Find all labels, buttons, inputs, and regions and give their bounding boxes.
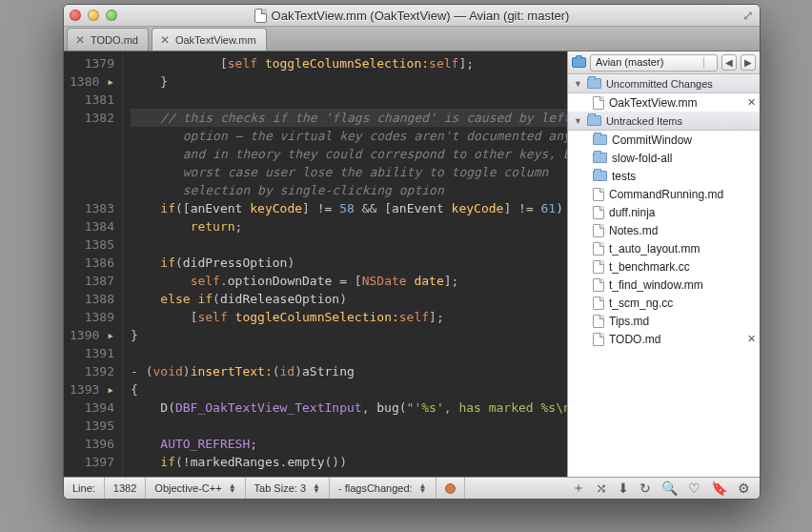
folder-icon (587, 115, 601, 126)
tab-oaktextview[interactable]: ✕ OakTextView.mm (152, 28, 267, 51)
code-line[interactable]: return; (131, 217, 567, 235)
code-line[interactable]: { (131, 380, 567, 399)
close-icon[interactable]: ✕ (747, 96, 756, 109)
code-line[interactable]: if(!markedRanges.empty()) (131, 453, 567, 471)
status-tabsize-popup[interactable]: Tab Size: 3▲▼ (246, 478, 330, 499)
code-line[interactable]: } (131, 326, 567, 344)
line-number-gutter[interactable]: 13791380 ▸138113821383138413851386138713… (64, 51, 123, 477)
code-line[interactable]: and in theory they could correspond to o… (131, 145, 567, 163)
gear-icon[interactable]: ⚙ (738, 481, 750, 496)
tree-row[interactable]: Tips.md (568, 312, 760, 330)
code-line[interactable] (131, 91, 567, 109)
line-number[interactable]: 1381 (64, 91, 114, 109)
branch-popup[interactable]: Avian (master) ▲▼ (590, 54, 718, 72)
line-number[interactable]: 1397 (64, 453, 114, 471)
code-line[interactable]: selection by single-clicking option (131, 181, 567, 199)
line-number[interactable]: 1388 (64, 290, 114, 308)
file-icon (593, 315, 604, 328)
tree-row[interactable]: slow-fold-all (568, 149, 760, 167)
tree-row[interactable]: t_scm_ng.cc (568, 294, 760, 312)
line-number[interactable] (64, 163, 114, 181)
code-line[interactable] (131, 235, 567, 254)
nav-back-button[interactable]: ◀ (721, 54, 737, 71)
status-record[interactable] (436, 478, 465, 499)
code-line[interactable]: D(DBF_OakTextView_TextInput, bug("'%s', … (131, 399, 567, 417)
close-icon[interactable]: ✕ (747, 333, 756, 345)
tree-row-label: t_find_window.mm (609, 278, 703, 292)
tag-icon[interactable]: 🔖 (711, 481, 727, 496)
line-number[interactable]: 1379 (64, 54, 114, 72)
folder-icon (593, 171, 607, 181)
line-number[interactable]: 1385 (64, 235, 114, 254)
code-line[interactable]: if(didPressOption) (131, 254, 567, 272)
file-tree[interactable]: ▼ Uncommitted Changes OakTextView.mm ✕▼ … (568, 74, 760, 477)
code-line[interactable]: [self toggleColumnSelection:self]; (131, 54, 567, 72)
add-icon[interactable]: ＋ (572, 480, 585, 497)
tree-row[interactable]: t_benchmark.cc (568, 257, 760, 276)
code-line[interactable] (131, 344, 567, 362)
zoom-window-button[interactable] (106, 10, 117, 21)
code-line[interactable]: // this checks if the 'flags changed' is… (131, 109, 567, 127)
search-icon[interactable]: 🔍 (661, 481, 678, 496)
heart-icon[interactable]: ♡ (688, 481, 700, 496)
code-line[interactable]: self.optionDownDate = [NSDate date]; (131, 272, 567, 290)
code-line[interactable]: - (void)insertText:(id)aString (131, 362, 567, 380)
tree-row-label: tests (612, 170, 636, 183)
tree-group-header[interactable]: ▼ Untracked Items (568, 112, 760, 131)
code-editor[interactable]: 13791380 ▸138113821383138413851386138713… (64, 51, 567, 477)
line-number[interactable]: 1384 (64, 217, 114, 235)
code-line[interactable]: else if(didReleaseOption) (131, 290, 567, 308)
code-line[interactable]: worst case user lose the ability to togg… (131, 163, 567, 181)
shuffle-icon[interactable]: ⤭ (596, 481, 607, 496)
download-icon[interactable]: ⬇ (618, 481, 629, 496)
document-proxy-icon[interactable] (254, 9, 267, 23)
line-number[interactable]: 1390 ▸ (64, 326, 114, 344)
tree-row[interactable]: CommitWindow (568, 131, 760, 149)
code-line[interactable]: if([anEvent keyCode] != 58 && [anEvent k… (131, 199, 567, 217)
tree-row-label: duff.ninja (609, 206, 656, 219)
code-line[interactable]: [self toggleColumnSelection:self]; (131, 308, 567, 326)
line-number[interactable]: 1393 ▸ (64, 380, 114, 399)
tree-row[interactable]: TODO.md ✕ (568, 330, 760, 348)
line-number[interactable] (64, 145, 114, 163)
line-number[interactable]: 1382 (64, 109, 114, 127)
tree-row[interactable]: OakTextView.mm ✕ (568, 93, 760, 112)
line-number[interactable]: 1387 (64, 272, 114, 290)
folder-icon (587, 78, 601, 89)
line-number[interactable]: 1396 (64, 435, 114, 453)
tree-row[interactable]: Notes.md (568, 221, 760, 239)
line-number[interactable]: 1380 ▸ (64, 72, 114, 91)
minimize-window-button[interactable] (88, 10, 99, 21)
line-number[interactable]: 1391 (64, 344, 114, 362)
tree-row[interactable]: CommandRunning.md (568, 185, 760, 203)
line-number[interactable]: 1395 (64, 417, 114, 435)
tree-row[interactable]: t_auto_layout.mm (568, 239, 760, 257)
tree-row[interactable]: duff.ninja (568, 203, 760, 221)
status-line-value[interactable]: 1382 (105, 478, 146, 499)
close-window-button[interactable] (70, 10, 81, 21)
line-number[interactable] (64, 181, 114, 199)
status-language-popup[interactable]: Objective-C++▲▼ (146, 478, 245, 499)
tree-group-header[interactable]: ▼ Uncommitted Changes (568, 74, 760, 93)
line-number[interactable]: 1389 (64, 308, 114, 326)
nav-forward-button[interactable]: ▶ (741, 54, 756, 71)
close-icon[interactable]: ✕ (160, 34, 170, 46)
line-number[interactable]: 1392 (64, 362, 114, 380)
line-number[interactable] (64, 127, 114, 145)
reload-icon[interactable]: ↻ (639, 481, 651, 496)
code-line[interactable]: option — the virtual key codes aren't do… (131, 127, 567, 145)
code-line[interactable]: } (131, 72, 567, 91)
code-line[interactable]: AUTO_REFRESH; (131, 435, 567, 453)
tree-row[interactable]: tests (568, 167, 760, 185)
line-number[interactable]: 1383 (64, 199, 114, 217)
file-icon (593, 242, 604, 256)
code-area[interactable]: [self toggleColumnSelection:self]; } // … (123, 51, 567, 477)
fullscreen-icon[interactable]: ⤢ (742, 8, 754, 23)
tab-todo[interactable]: ✕ TODO.md (67, 28, 149, 51)
line-number[interactable]: 1394 (64, 399, 114, 417)
close-icon[interactable]: ✕ (75, 34, 85, 46)
code-line[interactable] (131, 417, 567, 435)
line-number[interactable]: 1386 (64, 254, 114, 272)
status-symbol-popup[interactable]: - flagsChanged:▲▼ (330, 478, 436, 499)
tree-row[interactable]: t_find_window.mm (568, 276, 760, 294)
